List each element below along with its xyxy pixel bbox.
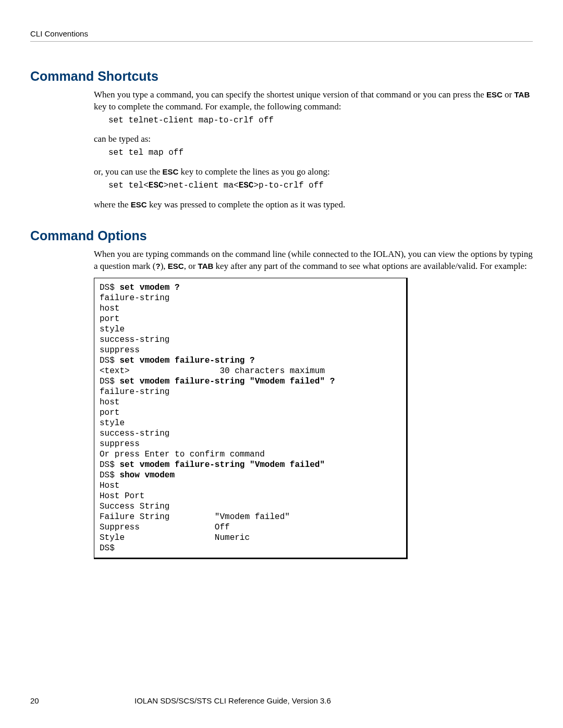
- text: >net-client ma<: [164, 181, 239, 190]
- section-title-shortcuts: Command Shortcuts: [30, 69, 533, 84]
- out: suppress: [100, 439, 140, 449]
- text: ),: [161, 261, 168, 271]
- text: , or: [184, 261, 198, 271]
- running-head: CLI Conventions: [30, 29, 533, 42]
- out: Host: [100, 481, 119, 490]
- options-body: When you are typing commands on the comm…: [94, 249, 533, 559]
- text: >p-to-crlf off: [253, 181, 323, 190]
- cmd: set vmodem failure-string "Vmodem failed…: [119, 377, 335, 386]
- page-footer: 20IOLAN SDS/SCS/STS CLI Reference Guide,…: [30, 696, 533, 705]
- page-content: CLI Conventions Command Shortcuts When y…: [0, 0, 563, 559]
- out: Style Numeric: [100, 533, 250, 542]
- out: Or press Enter to confirm command: [100, 450, 265, 459]
- out: DS$: [100, 544, 115, 553]
- out: success-string: [100, 335, 169, 344]
- out: style: [100, 418, 125, 428]
- cmd: set vmodem failure-string ?: [119, 356, 254, 365]
- prompt: DS$: [100, 377, 119, 386]
- esc-key: ESC: [163, 167, 179, 176]
- code-block-1: set telnet-client map-to-crlf off: [108, 115, 533, 127]
- text: key after any part of the command to see…: [213, 261, 527, 271]
- text: or: [503, 90, 515, 100]
- code-block-2: set tel map off: [108, 147, 533, 159]
- out: success-string: [100, 429, 169, 438]
- esc-key: ESC: [131, 200, 147, 209]
- options-p1: When you are typing commands on the comm…: [94, 249, 533, 273]
- shortcuts-p3: or, you can use the ESC key to complete …: [94, 166, 533, 178]
- prompt: DS$: [100, 460, 119, 470]
- shortcuts-p1: When you type a command, you can specify…: [94, 89, 533, 113]
- out: suppress: [100, 346, 140, 355]
- esc-key: ESC: [149, 181, 164, 190]
- page-number: 20: [30, 696, 134, 705]
- out: <text> 30 characters maximum: [100, 366, 325, 376]
- out: style: [100, 325, 125, 334]
- prompt: DS$: [100, 471, 119, 480]
- out: failure-string: [100, 387, 169, 397]
- terminal-output-box: DS$ set vmodem ? failure-string host por…: [94, 278, 408, 559]
- out: Suppress Off: [100, 523, 230, 532]
- text: key was pressed to complete the option a…: [147, 200, 346, 209]
- out: Failure String "Vmodem failed": [100, 512, 290, 522]
- shortcuts-p4: where the ESC key was pressed to complet…: [94, 199, 533, 211]
- code-block-3: set tel<ESC>net-client ma<ESC>p-to-crlf …: [108, 180, 533, 192]
- out: host: [100, 304, 119, 313]
- question-key: ?: [156, 262, 161, 270]
- doc-title: IOLAN SDS/SCS/STS CLI Reference Guide, V…: [134, 696, 331, 705]
- esc-key: ESC: [486, 90, 503, 99]
- text: key to complete the command. For example…: [94, 102, 341, 112]
- cmd: set vmodem ?: [119, 283, 179, 292]
- text: or, you can use the: [94, 167, 163, 177]
- tab-key: TAB: [515, 90, 530, 99]
- esc-key: ESC: [239, 181, 254, 190]
- prompt: DS$: [100, 356, 119, 365]
- text: where the: [94, 200, 131, 209]
- out: Host Port: [100, 491, 144, 501]
- esc-key: ESC: [168, 262, 184, 270]
- shortcuts-body: When you type a command, you can specify…: [94, 89, 533, 211]
- prompt: DS$: [100, 283, 119, 292]
- text: set tel<: [108, 181, 149, 190]
- tab-key: TAB: [198, 262, 214, 270]
- text: When you type a command, you can specify…: [94, 90, 486, 100]
- out: failure-string: [100, 293, 169, 303]
- text: key to complete the lines as you go alon…: [178, 167, 329, 177]
- out: Success String: [100, 502, 169, 511]
- section-title-options: Command Options: [30, 228, 533, 243]
- cmd: show vmodem: [119, 471, 175, 480]
- out: host: [100, 398, 119, 407]
- cmd: set vmodem failure-string "Vmodem failed…: [119, 460, 325, 470]
- shortcuts-p2: can be typed as:: [94, 133, 533, 145]
- out: port: [100, 314, 119, 324]
- out: port: [100, 408, 119, 417]
